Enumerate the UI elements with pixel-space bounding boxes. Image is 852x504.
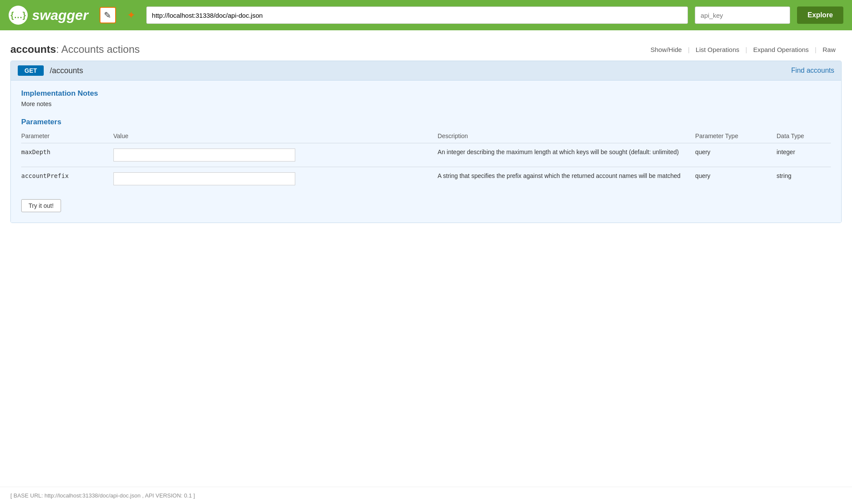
http-method-badge: GET: [18, 65, 44, 76]
impl-notes-title: Implementation Notes: [21, 89, 831, 98]
param-value-0: [113, 143, 438, 167]
param-datatype-0: integer: [777, 143, 831, 167]
api-key-input[interactable]: [695, 6, 790, 24]
col-value: Value: [113, 131, 438, 143]
expand-operations-link[interactable]: Expand Operations: [747, 46, 815, 53]
gear-icon[interactable]: ✦: [123, 7, 139, 23]
footer-text: [ BASE URL: http://localhost:31338/doc/a…: [10, 492, 195, 499]
param-value-1: [113, 167, 438, 191]
params-header-row: Parameter Value Description Parameter Ty…: [21, 131, 831, 143]
api-section-header: accounts: Accounts actions Show/Hide | L…: [10, 43, 842, 55]
header: {…} swagger ✎ ✦ Explore: [0, 0, 852, 30]
param-desc-1: A string that specifies the prefix again…: [438, 167, 695, 191]
url-input[interactable]: [146, 6, 688, 24]
param-input-1[interactable]: [113, 172, 295, 185]
col-description: Description: [438, 131, 695, 143]
param-name-0: maxDepth: [21, 143, 113, 167]
footer: [ BASE URL: http://localhost:31338/doc/a…: [0, 487, 852, 504]
api-title-bold: accounts: [10, 43, 56, 55]
col-param-type: Parameter Type: [695, 131, 777, 143]
api-actions: Show/Hide | List Operations | Expand Ope…: [644, 46, 842, 53]
parameters-title: Parameters: [21, 118, 831, 126]
try-it-out-button[interactable]: Try it out!: [21, 199, 61, 212]
find-accounts-link[interactable]: Find accounts: [791, 67, 834, 74]
param-input-0[interactable]: [113, 149, 295, 162]
param-desc-0: An integer describing the maximum length…: [438, 143, 695, 167]
operation-path: /accounts: [50, 66, 791, 75]
parameters-table: Parameter Value Description Parameter Ty…: [21, 131, 831, 191]
operation-body: Implementation Notes More notes Paramete…: [11, 81, 841, 223]
explore-button[interactable]: Explore: [797, 6, 843, 24]
table-row: maxDepth An integer describing the maxim…: [21, 143, 831, 167]
raw-link[interactable]: Raw: [816, 46, 842, 53]
api-title-subtitle: : Accounts actions: [56, 43, 139, 55]
col-data-type: Data Type: [777, 131, 831, 143]
params-tbody: maxDepth An integer describing the maxim…: [21, 143, 831, 191]
impl-notes-text: More notes: [21, 100, 831, 107]
param-datatype-1: string: [777, 167, 831, 191]
col-parameter: Parameter: [21, 131, 113, 143]
operation-block: GET /accounts Find accounts Implementati…: [10, 61, 842, 223]
logo-area: {…} swagger: [9, 6, 88, 25]
operation-header: GET /accounts Find accounts: [11, 61, 841, 81]
table-row: accountPrefix A string that specifies th…: [21, 167, 831, 191]
main-content: accounts: Accounts actions Show/Hide | L…: [0, 30, 852, 236]
list-operations-link[interactable]: List Operations: [690, 46, 746, 53]
api-title: accounts: Accounts actions: [10, 43, 140, 55]
param-type-0: query: [695, 143, 777, 167]
param-name-1: accountPrefix: [21, 167, 113, 191]
show-hide-link[interactable]: Show/Hide: [644, 46, 688, 53]
swagger-title: swagger: [32, 7, 88, 23]
swagger-logo-icon: {…}: [9, 6, 28, 25]
pencil-icon[interactable]: ✎: [100, 7, 116, 23]
param-type-1: query: [695, 167, 777, 191]
